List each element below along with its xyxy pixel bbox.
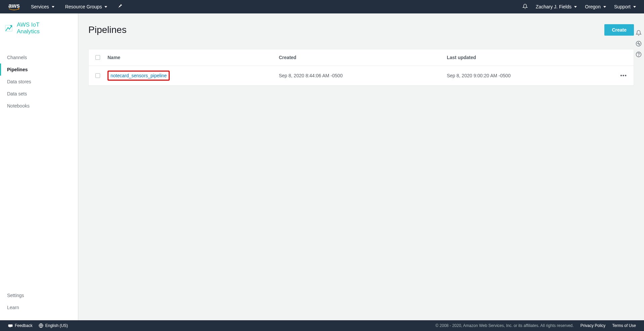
sidebar-item-label: Settings: [7, 293, 24, 298]
svg-point-3: [639, 56, 639, 56]
top-nav-right: Zachary J. Fields Oregon Support: [522, 4, 636, 10]
row-created-cell: Sep 8, 2020 8:44:06 AM -0500: [279, 73, 447, 78]
sidebar-brand[interactable]: AWS IoT Analytics: [0, 13, 78, 41]
language-label: English (US): [45, 323, 68, 328]
services-menu[interactable]: Services: [31, 4, 54, 9]
sidebar-item-label: Learn: [7, 305, 19, 310]
column-header-name[interactable]: Name: [108, 55, 279, 60]
sidebar-brand-text: AWS IoT Analytics: [17, 22, 40, 35]
resource-groups-label: Resource Groups: [65, 4, 102, 9]
sidebar-item-label: Pipelines: [7, 67, 28, 72]
table-row: notecard_sensors_pipeline Sep 8, 2020 8:…: [89, 66, 634, 86]
sidebar-item-label: Data sets: [7, 91, 27, 96]
table-header-row: Name Created Last updated: [89, 49, 634, 66]
resource-groups-menu[interactable]: Resource Groups: [65, 4, 108, 9]
sidebar: AWS IoT Analytics Channels Pipelines Dat…: [0, 13, 78, 320]
row-checkbox[interactable]: [95, 73, 100, 78]
aws-logo[interactable]: aws: [8, 3, 20, 11]
highlight-box: notecard_sensors_pipeline: [108, 71, 170, 81]
sidebar-item-learn[interactable]: Learn: [0, 301, 78, 314]
globe-icon: [39, 323, 43, 328]
main-container: AWS IoT Analytics Channels Pipelines Dat…: [0, 13, 644, 320]
sidebar-item-data-sets[interactable]: Data sets: [0, 88, 78, 100]
row-name-cell: notecard_sensors_pipeline: [108, 71, 279, 81]
select-all-checkbox[interactable]: [95, 55, 100, 60]
content: Pipelines Create Name Created Last updat…: [78, 13, 644, 320]
right-rail: [635, 30, 642, 58]
more-actions-icon[interactable]: •••: [620, 73, 627, 78]
sidebar-item-notebooks[interactable]: Notebooks: [0, 100, 78, 112]
caret-down-icon: [104, 6, 107, 8]
activity-rail-icon[interactable]: [635, 40, 642, 47]
notifications-icon[interactable]: [522, 4, 528, 10]
footer-right: © 2008 - 2020, Amazon Web Services, Inc.…: [435, 323, 636, 328]
privacy-link[interactable]: Privacy Policy: [581, 323, 606, 328]
analytics-icon: [5, 24, 13, 32]
feedback-button[interactable]: Feedback: [8, 323, 33, 328]
sidebar-item-data-stores[interactable]: Data stores: [0, 76, 78, 88]
sidebar-item-label: Notebooks: [7, 103, 30, 109]
sidebar-item-channels[interactable]: Channels: [0, 51, 78, 64]
support-menu[interactable]: Support: [614, 4, 636, 9]
caret-down-icon: [52, 6, 54, 8]
page-title: Pipelines: [88, 25, 127, 35]
footer-left: Feedback English (US): [8, 323, 68, 328]
sidebar-nav: Channels Pipelines Data stores Data sets…: [0, 41, 78, 289]
notifications-rail-icon[interactable]: [635, 30, 642, 36]
pin-icon[interactable]: [118, 4, 123, 10]
user-label: Zachary J. Fields: [536, 4, 572, 9]
top-nav: aws Services Resource Groups Zachary J. …: [0, 0, 644, 13]
row-actions-cell: •••: [613, 73, 627, 79]
terms-link[interactable]: Terms of Use: [612, 323, 636, 328]
language-button[interactable]: English (US): [39, 323, 68, 328]
feedback-label: Feedback: [15, 323, 33, 328]
caret-down-icon: [633, 6, 636, 8]
sidebar-item-settings[interactable]: Settings: [0, 289, 78, 301]
caret-down-icon: [574, 6, 577, 8]
aws-smile-icon: [8, 8, 20, 11]
region-label: Oregon: [585, 4, 601, 9]
help-rail-icon[interactable]: [635, 51, 642, 58]
chat-icon: [8, 323, 13, 328]
services-label: Services: [31, 4, 49, 9]
top-nav-left: aws Services Resource Groups: [8, 3, 123, 11]
caret-down-icon: [603, 6, 606, 8]
select-all-cell: [95, 55, 108, 60]
pipelines-table: Name Created Last updated notecard_senso…: [88, 49, 634, 86]
sidebar-item-label: Data stores: [7, 79, 31, 84]
page-header: Pipelines Create: [88, 24, 634, 36]
user-menu[interactable]: Zachary J. Fields: [536, 4, 577, 9]
create-button[interactable]: Create: [604, 24, 634, 36]
row-select-cell: [95, 73, 108, 78]
sidebar-item-label: Channels: [7, 55, 27, 60]
pipeline-link[interactable]: notecard_sensors_pipeline: [111, 73, 167, 78]
footer: Feedback English (US) © 2008 - 2020, Ama…: [0, 320, 644, 331]
sidebar-item-pipelines[interactable]: Pipelines: [0, 64, 78, 76]
column-header-created[interactable]: Created: [279, 55, 447, 60]
column-header-updated[interactable]: Last updated: [447, 55, 613, 60]
row-updated-cell: Sep 8, 2020 9:00:20 AM -0500: [447, 73, 613, 78]
region-menu[interactable]: Oregon: [585, 4, 606, 9]
copyright-text: © 2008 - 2020, Amazon Web Services, Inc.…: [435, 323, 573, 328]
support-label: Support: [614, 4, 631, 9]
sidebar-bottom: Settings Learn: [0, 289, 78, 320]
